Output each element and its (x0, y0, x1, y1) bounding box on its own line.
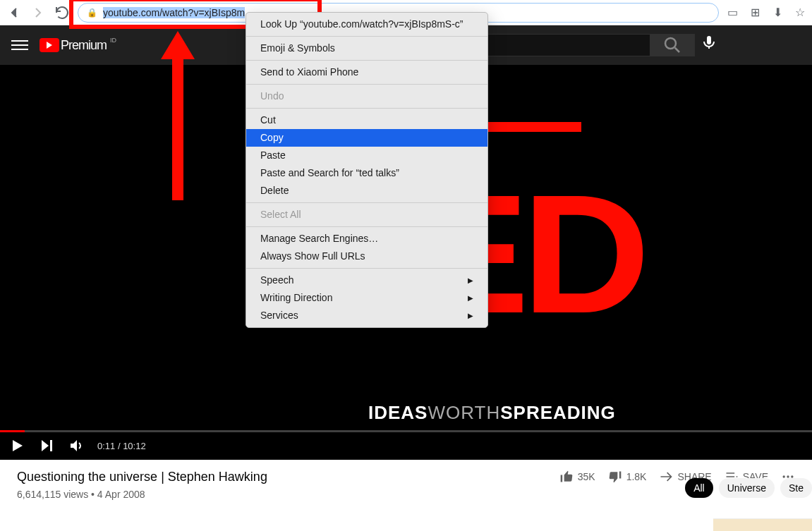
ctx-emoji[interactable]: Emoji & Symbols (246, 39, 487, 57)
ctx-speech[interactable]: Speech▶ (246, 271, 487, 289)
download-icon[interactable]: ⬇ (771, 6, 784, 19)
back-button[interactable] (6, 4, 23, 21)
ctx-services[interactable]: Services▶ (246, 307, 487, 324)
ctx-delete[interactable]: Delete (246, 182, 487, 200)
play-button[interactable] (8, 437, 25, 454)
chip-partial[interactable]: Ste (780, 478, 812, 498)
ctx-paste[interactable]: Paste (246, 147, 487, 164)
chip-universe[interactable]: Universe (719, 478, 775, 498)
like-button[interactable]: 35K (559, 470, 595, 484)
ctx-select-all: Select All (246, 206, 487, 224)
context-menu: Look Up “youtube.com/watch?v=xjBIsp8mS-c… (246, 12, 488, 328)
voice-search-button[interactable] (701, 34, 717, 51)
star-icon[interactable]: ☆ (794, 6, 806, 19)
ted-tagline: IDEASWORTHSPREADING (368, 402, 616, 424)
logo-text: Premium (61, 38, 107, 53)
ctx-lookup[interactable]: Look Up “youtube.com/watch?v=xjBIsp8mS-c… (246, 16, 487, 33)
ctx-undo: Undo (246, 87, 487, 105)
svg-rect-2 (707, 36, 711, 44)
cast-icon[interactable]: ▭ (726, 6, 739, 19)
reload-button[interactable] (54, 4, 71, 21)
player-controls: 0:11 / 10:12 (0, 432, 812, 460)
forward-button[interactable] (30, 4, 47, 21)
youtube-logo[interactable]: Premium ID (40, 38, 107, 53)
ctx-cut[interactable]: Cut (246, 111, 487, 129)
time-display: 0:11 / 10:12 (97, 441, 146, 451)
svg-point-0 (665, 38, 676, 49)
chip-all[interactable]: All (685, 478, 713, 498)
ctx-copy[interactable]: Copy (246, 129, 487, 147)
ctx-full-urls[interactable]: Always Show Full URLs (246, 248, 487, 265)
search-button[interactable] (650, 34, 695, 56)
video-meta: 6,614,115 views • 4 Apr 2008 (17, 489, 545, 500)
ctx-paste-search[interactable]: Paste and Search for “ted talks” (246, 164, 487, 182)
svg-line-1 (675, 48, 679, 52)
volume-button[interactable] (68, 437, 85, 454)
ctx-xiaomi[interactable]: Send to Xiaomi Phone (246, 63, 487, 81)
qr-icon[interactable]: ⊞ (749, 6, 761, 19)
menu-button[interactable] (11, 37, 28, 54)
youtube-play-icon (40, 38, 59, 52)
video-title: Questioning the universe | Stephen Hawki… (17, 470, 545, 484)
filter-chips: All Universe Ste (685, 478, 812, 498)
dislike-button[interactable]: 1.8K (608, 470, 647, 484)
ctx-writing-direction[interactable]: Writing Direction▶ (246, 289, 487, 307)
logo-region: ID (110, 37, 116, 44)
recommendation-thumbnail[interactable] (713, 518, 812, 531)
ctx-manage-engines[interactable]: Manage Search Engines… (246, 230, 487, 248)
lock-icon: 🔒 (87, 8, 97, 18)
next-button[interactable] (38, 437, 55, 454)
browser-right-icons: ▭ ⊞ ⬇ ☆ (726, 6, 806, 19)
